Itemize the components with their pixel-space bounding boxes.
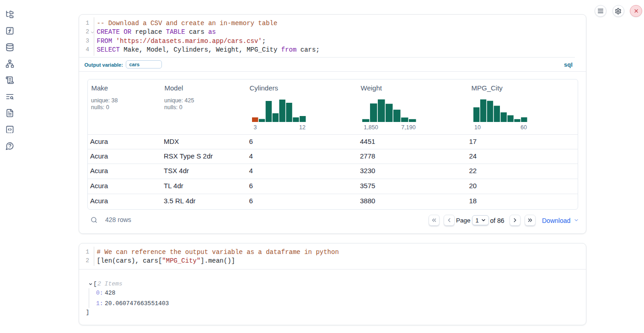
svg-text:3: 3 [254,124,257,131]
svg-text:7,190: 7,190 [401,124,415,131]
svg-text:60: 60 [521,124,527,131]
svg-text:1,850: 1,850 [364,124,378,131]
svg-text:10: 10 [474,124,481,131]
svg-text:12: 12 [299,124,306,131]
